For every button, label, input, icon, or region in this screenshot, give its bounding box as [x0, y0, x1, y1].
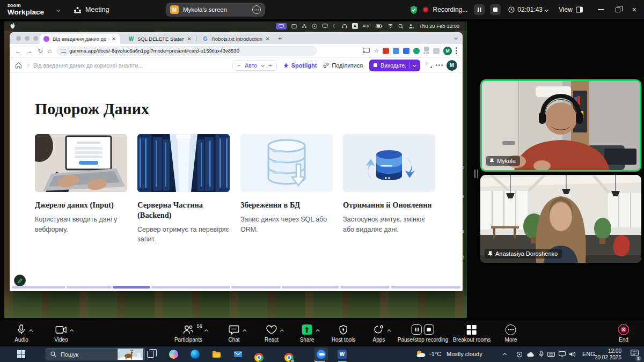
home-icon[interactable]	[15, 62, 22, 69]
video-options-chevron[interactable]	[70, 329, 74, 333]
maximize-button[interactable]	[616, 8, 620, 12]
annotate-pencil-button[interactable]	[14, 275, 26, 286]
spellcheck-abc-icon[interactable]: ABC	[363, 24, 371, 28]
user-status-icon[interactable]	[408, 24, 414, 29]
pause-stop-recording-button[interactable]: Pause/stop recording	[398, 323, 449, 343]
input-source-icon[interactable]: A	[352, 23, 358, 29]
extension-icon-darkblue[interactable]	[403, 48, 409, 54]
view-button[interactable]: View	[559, 6, 583, 13]
cast-icon[interactable]	[363, 48, 370, 54]
copilot-icon[interactable]	[169, 350, 178, 359]
apps-options-chevron[interactable]	[387, 329, 391, 333]
tray-display-icon[interactable]	[559, 351, 566, 357]
breakout-rooms-button[interactable]: Breakout rooms	[453, 323, 491, 343]
security-shield-icon[interactable]	[409, 5, 418, 14]
tab-robots-txt[interactable]: G Robots.txt Introduction and G ✕	[199, 34, 274, 44]
weather-temperature[interactable]: -1°C	[429, 351, 441, 357]
bookmark-star-icon[interactable]: ☆	[374, 47, 379, 54]
exit-present-button[interactable]: Виходьте.	[369, 60, 420, 71]
extension-icon-red[interactable]	[383, 48, 389, 54]
extension-icon-green[interactable]	[413, 48, 420, 54]
audio-options-chevron[interactable]	[29, 329, 33, 333]
forward-icon[interactable]: →	[26, 47, 33, 55]
do-not-disturb-moon-icon[interactable]: ☾	[333, 24, 337, 29]
chat-button[interactable]: Chat	[228, 323, 239, 343]
tray-microphone-icon[interactable]	[539, 351, 544, 358]
taskbar-search-input[interactable]: Пошук	[46, 348, 145, 360]
address-bar[interactable]: gamma.app/docs/-8qvqfuc6a6n1pgl?mode=pre…	[56, 46, 317, 56]
participants-options-chevron[interactable]	[204, 329, 208, 333]
weather-icon[interactable]	[416, 350, 426, 358]
reload-icon[interactable]: ↻	[38, 47, 43, 55]
taskbar-clock[interactable]: 12:00 20.02.2025	[595, 348, 621, 361]
file-explorer-icon[interactable]	[212, 350, 221, 359]
settings-flower-icon[interactable]	[302, 24, 307, 29]
chevron-down-icon[interactable]	[261, 63, 265, 67]
browser-profile-avatar[interactable]: M	[443, 47, 452, 55]
chat-options-chevron[interactable]	[243, 329, 246, 333]
slide-progress-segment[interactable]	[151, 286, 230, 289]
share-button[interactable]: Поділитися	[323, 62, 363, 69]
close-tab-icon[interactable]: ✕	[112, 36, 116, 42]
fullscreen-icon[interactable]	[427, 63, 432, 68]
home-icon[interactable]: ⌂	[48, 47, 52, 55]
start-button[interactable]	[17, 350, 25, 358]
tray-volume-icon[interactable]	[569, 351, 576, 357]
pause-recording-button[interactable]	[474, 4, 485, 15]
stop-recording-icon[interactable]	[424, 324, 434, 335]
language-indicator[interactable]: ENG	[582, 351, 595, 357]
chevron-down-icon[interactable]	[413, 63, 416, 67]
close-tab-icon[interactable]: ✕	[187, 36, 192, 42]
video-tile-anastasiya[interactable]: Anastasiya Doroshenko	[480, 175, 641, 263]
pill-more-icon[interactable]	[252, 5, 261, 14]
chevron-down-icon[interactable]	[454, 36, 458, 40]
host-tools-button[interactable]: Host tools	[332, 323, 355, 343]
slide-progress-segment[interactable]	[12, 286, 65, 289]
gamma-user-avatar[interactable]: M	[447, 60, 457, 71]
zoom-level-value[interactable]: Авто	[245, 62, 257, 69]
stop-recording-button[interactable]	[490, 4, 501, 15]
zoom-workplace-logo[interactable]: zoom Workplace	[8, 3, 44, 16]
zoom-out-button[interactable]: −	[237, 62, 240, 69]
more-options-icon[interactable]	[438, 64, 440, 66]
shared-screen-pill[interactable]: M Mykola's screen	[166, 3, 265, 17]
share-options-chevron[interactable]	[316, 329, 319, 333]
participants-button[interactable]: 56 Participants	[174, 323, 202, 343]
minimize-button[interactable]	[598, 9, 604, 10]
react-options-chevron[interactable]	[280, 329, 284, 333]
close-traffic-light[interactable]	[16, 36, 21, 41]
slide-progress-segment[interactable]	[231, 286, 281, 289]
end-meeting-button[interactable]: End	[618, 323, 630, 343]
slide-progress-segment-current[interactable]	[113, 286, 150, 289]
browser-menu-icon[interactable]	[456, 50, 457, 51]
close-button[interactable]: ×	[632, 6, 636, 13]
chrome-icon[interactable]	[254, 353, 264, 362]
slide-progress-segment[interactable]	[67, 286, 112, 289]
panel-resize-handle[interactable]	[474, 169, 478, 178]
new-tab-button[interactable]: +	[278, 35, 282, 42]
apps-button[interactable]: Apps	[373, 323, 385, 343]
extensions-puzzle-icon[interactable]	[433, 48, 440, 54]
weather-description[interactable]: Mostly cloudy	[447, 351, 482, 357]
video-button[interactable]: Video	[54, 323, 68, 343]
zoom-taskbar-icon[interactable]	[317, 350, 326, 359]
pause-recording-icon[interactable]	[412, 324, 422, 335]
video-tile-mykola[interactable]: Mykola	[480, 79, 641, 172]
tray-keyboard-icon[interactable]	[547, 352, 555, 357]
wifi-icon[interactable]	[387, 24, 393, 28]
edge-icon[interactable]	[191, 350, 200, 359]
tray-security-icon[interactable]	[516, 351, 523, 358]
breadcrumb[interactable]: Від введення даних до корисної аналіти..…	[33, 62, 143, 69]
mac-window-buttons[interactable]	[16, 36, 38, 41]
share-screen-button[interactable]: Share	[300, 323, 314, 343]
zoom-traffic-light[interactable]	[33, 36, 38, 41]
word-icon[interactable]: W	[338, 350, 347, 359]
task-view-icon[interactable]	[147, 351, 154, 358]
slide-progress-segment[interactable]	[282, 286, 339, 289]
extension-icon-score[interactable]: 0.92	[423, 47, 429, 55]
notification-center-button[interactable]: 3	[631, 350, 639, 359]
screen-sharing-icon[interactable]	[276, 23, 287, 29]
onedrive-icon[interactable]	[527, 352, 535, 357]
stage-manager-icon[interactable]	[291, 24, 297, 29]
site-settings-icon[interactable]	[61, 49, 66, 53]
